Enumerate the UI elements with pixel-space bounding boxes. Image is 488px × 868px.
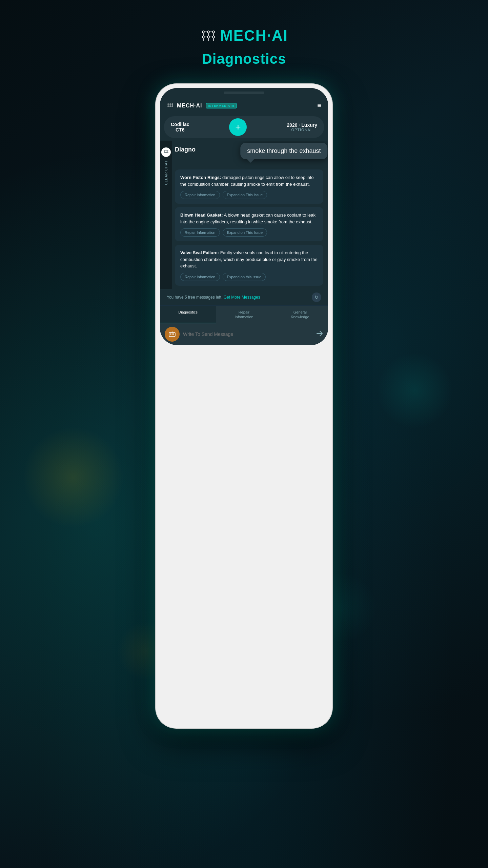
vehicle-make: Codillac bbox=[171, 122, 189, 127]
svg-point-34 bbox=[167, 152, 168, 153]
msg-count-text: You have 5 free messages left. bbox=[167, 295, 222, 300]
svg-point-0 bbox=[202, 31, 204, 33]
tab-general-knowledge[interactable]: GeneralKnowledge bbox=[272, 306, 328, 324]
svg-rect-44 bbox=[172, 334, 173, 335]
tab-nav: Diagnostics RepairInformation GeneralKno… bbox=[160, 305, 328, 324]
svg-point-20 bbox=[170, 105, 171, 106]
diag-card-1-partial: Worn Piston Rings: damaged piston rings … bbox=[175, 169, 323, 204]
svg-point-1 bbox=[207, 31, 209, 33]
send-button[interactable] bbox=[316, 330, 323, 339]
get-more-messages-link[interactable]: Get More Messages bbox=[224, 295, 260, 300]
vehicle-year: 2020 · Luxury bbox=[287, 122, 318, 128]
chat-area: Diagno smoke through the exhaust Worn Pi… bbox=[172, 141, 328, 289]
msg-count-row: You have 5 free messages left. Get More … bbox=[167, 292, 321, 302]
notch-bar bbox=[224, 92, 264, 94]
diag-card-2-bold: Blown Head Gasket: bbox=[180, 213, 223, 218]
phone-screen: MECH·AI INTERMEDIATE ≡ Codillac CT6 + 20… bbox=[160, 88, 328, 345]
main-content: Clear Chat Diagno smoke through the exha… bbox=[160, 141, 328, 289]
svg-rect-43 bbox=[170, 334, 171, 335]
tab-general-knowledge-label: GeneralKnowledge bbox=[275, 310, 325, 320]
svg-point-21 bbox=[172, 105, 173, 106]
svg-point-3 bbox=[202, 36, 204, 38]
vehicle-optional: OPTIONAL bbox=[291, 128, 313, 132]
send-icon bbox=[316, 330, 323, 337]
card-2-repair-info-btn[interactable]: Repair Information bbox=[180, 228, 220, 237]
diag-card-3: Valve Seal Failure: Faulty valve seals c… bbox=[175, 245, 323, 286]
vehicle-model: CT6 bbox=[176, 127, 184, 133]
tab-diagnostics[interactable]: Diagnostics bbox=[160, 306, 216, 324]
diag-card-3-bold: Valve Seal Failure: bbox=[180, 250, 219, 255]
phone-mockup: MECH·AI INTERMEDIATE ≡ Codillac CT6 + 20… bbox=[156, 84, 332, 728]
diag-card-3-title: Valve Seal Failure: Faulty valve seals c… bbox=[180, 249, 318, 269]
mech-ai-logo-icon bbox=[200, 28, 217, 43]
nav-badge: INTERMEDIATE bbox=[206, 103, 237, 108]
tab-repair-info-label: RepairInformation bbox=[219, 310, 269, 320]
svg-point-4 bbox=[207, 36, 209, 38]
app-nav: MECH·AI INTERMEDIATE ≡ bbox=[160, 98, 328, 114]
svg-point-19 bbox=[168, 105, 169, 106]
message-input[interactable] bbox=[183, 331, 312, 337]
tab-diagnostics-label: Diagnostics bbox=[163, 310, 213, 315]
vehicle-add-button[interactable]: + bbox=[229, 118, 247, 136]
diag-card-1-title: Worn Piston Rings: damaged piston rings … bbox=[180, 174, 318, 187]
phone-notch bbox=[160, 88, 328, 98]
vehicle-bar: Codillac CT6 + 2020 · Luxury OPTIONAL bbox=[164, 116, 324, 138]
diag-card-2-actions: Repair Information Expand on This Issue bbox=[180, 228, 318, 237]
tab-repair-info[interactable]: RepairInformation bbox=[216, 306, 272, 324]
diag-card-2-title: Blown Head Gasket: A blown head gasket c… bbox=[180, 212, 318, 225]
svg-point-2 bbox=[212, 31, 215, 33]
chat-wrapper: Diagno smoke through the exhaust Worn Pi… bbox=[175, 146, 323, 286]
logo-text: MECH·AI bbox=[220, 27, 288, 44]
svg-point-30 bbox=[166, 150, 166, 151]
diag-card-1-actions: Repair Information Expand on This Issue bbox=[180, 191, 318, 199]
side-avatar bbox=[161, 147, 171, 157]
nav-logo-icon bbox=[167, 103, 174, 109]
side-panel: Clear Chat bbox=[160, 141, 172, 289]
card-2-expand-btn[interactable]: Expand on This Issue bbox=[223, 228, 267, 237]
svg-point-33 bbox=[166, 152, 166, 153]
card-1-repair-info-btn[interactable]: Repair Information bbox=[180, 191, 220, 199]
input-bar bbox=[160, 323, 328, 345]
speech-bubble-tooltip: smoke through the exhaust bbox=[240, 143, 327, 159]
svg-point-32 bbox=[164, 152, 165, 153]
svg-point-5 bbox=[212, 36, 215, 38]
app-logo: MECH·AI bbox=[200, 27, 288, 44]
card-3-expand-btn[interactable]: Expand on this issue bbox=[223, 273, 266, 281]
svg-point-18 bbox=[172, 103, 173, 104]
clear-chat-label[interactable]: Clear Chat bbox=[164, 160, 168, 185]
refresh-button[interactable]: ↻ bbox=[312, 292, 321, 302]
message-count-bar: You have 5 free messages left. Get More … bbox=[160, 289, 328, 305]
card-3-repair-info-btn[interactable]: Repair Information bbox=[180, 273, 220, 281]
app-header: MECH·AI Diagnostics bbox=[200, 27, 288, 67]
vehicle-year-right: 2020 · Luxury OPTIONAL bbox=[287, 122, 318, 132]
svg-rect-45 bbox=[173, 334, 174, 335]
svg-point-17 bbox=[170, 103, 171, 104]
svg-point-29 bbox=[164, 150, 165, 151]
nav-left: MECH·AI INTERMEDIATE bbox=[167, 103, 237, 109]
page-subtitle: Diagnostics bbox=[202, 51, 286, 67]
vehicle-name-left: Codillac CT6 bbox=[171, 122, 189, 133]
svg-point-16 bbox=[168, 103, 169, 104]
obd-svg bbox=[168, 330, 177, 339]
svg-point-31 bbox=[167, 150, 168, 151]
nav-logo-text: MECH·AI bbox=[177, 103, 202, 109]
diag-card-2: Blown Head Gasket: A blown head gasket c… bbox=[175, 207, 323, 241]
hamburger-icon[interactable]: ≡ bbox=[317, 102, 321, 109]
page-content: MECH·AI Diagnostics bbox=[0, 0, 488, 728]
obd-icon bbox=[165, 327, 180, 342]
card-1-expand-btn[interactable]: Expand on This Issue bbox=[223, 191, 267, 199]
diag-card-1-bold: Worn Piston Rings: bbox=[180, 175, 221, 180]
diag-card-3-actions: Repair Information Expand on this issue bbox=[180, 273, 318, 281]
